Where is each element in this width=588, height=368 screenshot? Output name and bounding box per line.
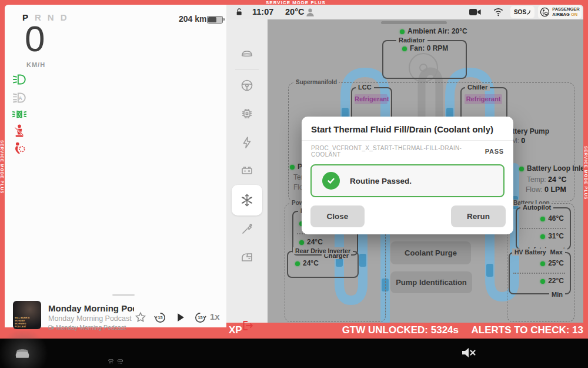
procedure-name: PROC_VCFRONT_X_START-THERMAL-FILL-DRAIN-… bbox=[311, 145, 485, 158]
range-value: 204 km bbox=[179, 14, 206, 24]
alerts-to-check-label: ALERTS TO CHECK: 13 bbox=[472, 324, 584, 336]
clock: 11:07 bbox=[252, 7, 273, 16]
speed-unit: KM/H bbox=[26, 61, 45, 68]
screen: SERVICE MODE PLUS SERVICE MODE PLUS SERV… bbox=[0, 0, 588, 368]
status-dot bbox=[400, 29, 405, 34]
battery-inlet-label: Battery Loop Inlet bbox=[519, 164, 583, 173]
gear-n: N bbox=[48, 12, 54, 22]
play-button[interactable] bbox=[173, 310, 187, 324]
svg-text:15: 15 bbox=[158, 316, 162, 320]
media-drag-handle[interactable] bbox=[112, 294, 135, 296]
taskbar: ‹ LO › ••• T I ♪ 5 ★ ‹ bbox=[0, 339, 588, 368]
exit-service-mode-icon[interactable] bbox=[240, 319, 254, 333]
seat-heater-left-icon[interactable] bbox=[108, 359, 114, 364]
rewind-15-icon: 15 bbox=[153, 311, 167, 324]
favorite-button[interactable] bbox=[133, 310, 148, 324]
pump-identification-button[interactable]: Pump Identification bbox=[390, 271, 472, 293]
hv-max-label: Max bbox=[548, 248, 565, 256]
album-art-text: BILL BURR'S MONDAY MORNING PODCAST bbox=[15, 316, 30, 328]
infotainment-temp: 31°C bbox=[548, 232, 564, 240]
ambient-air-reading: Ambient Air: 20°C bbox=[400, 27, 467, 35]
seatbelt-warning-icon bbox=[12, 123, 27, 138]
lcc-refrigerant-tag: Refrigerant bbox=[355, 94, 387, 104]
tab-high-voltage-bolt-icon[interactable] bbox=[240, 135, 254, 150]
coolant-purge-button[interactable]: Coolant Purge bbox=[390, 241, 471, 264]
autopilot-temp: 46°C bbox=[548, 214, 564, 223]
skip-back-15-button[interactable]: 15 bbox=[153, 310, 167, 324]
media-source: Monday Morning Podcast bbox=[48, 324, 126, 331]
auto-high-beam-icon: A bbox=[12, 90, 27, 105]
hv-min-label: Min bbox=[549, 291, 565, 298]
outside-temp: 20°C bbox=[285, 7, 304, 16]
hv-battery-box: HV Battery Max 25°C 22°C Min bbox=[509, 252, 571, 294]
routine-result-dialog: Start Thermal Fluid Fill/Drain (Coolant … bbox=[302, 117, 513, 234]
dialog-title: Start Thermal Fluid Fill/Drain (Coolant … bbox=[302, 117, 513, 141]
procedure-status: PASS bbox=[485, 148, 504, 155]
tab-thermal-snowflake-icon[interactable] bbox=[240, 193, 254, 207]
tab-low-voltage-battery-icon[interactable] bbox=[240, 164, 254, 178]
toolbar-divider bbox=[235, 69, 259, 69]
play-icon bbox=[173, 311, 186, 324]
star-icon bbox=[134, 311, 147, 324]
low-beam-icon bbox=[12, 72, 27, 87]
sos-indicator[interactable]: SOS bbox=[510, 6, 534, 18]
radiator-box: Radiator Fan: 0 RPM bbox=[382, 40, 467, 79]
podcast-source-icon bbox=[48, 324, 54, 330]
passenger-airbag-indicator: PASSENGER AIRBAG ON bbox=[538, 5, 582, 19]
close-button[interactable]: Close bbox=[310, 205, 365, 227]
gear-d: D bbox=[61, 12, 67, 22]
tab-tools-screwdriver-icon[interactable] bbox=[240, 222, 254, 236]
supermanifold-label: Supermanifold bbox=[294, 79, 339, 85]
battery-inlet-flow: 0 LPM bbox=[544, 185, 566, 194]
media-title: Monday Morning Podcast bbox=[48, 303, 134, 313]
rear-drive-temp: 24°C bbox=[303, 259, 319, 267]
battery-inlet-temp: 24 °C bbox=[548, 175, 566, 184]
volume-muted-icon[interactable] bbox=[460, 345, 476, 360]
battery-level-icon bbox=[207, 16, 223, 24]
wifi-icon[interactable] bbox=[493, 7, 504, 16]
tab-vehicle-car-icon[interactable] bbox=[240, 47, 254, 61]
svg-text:A: A bbox=[18, 95, 22, 101]
instrument-cluster: PRND 204 km 0 KM/H A BILL BURR'S MONDAY … bbox=[5, 5, 226, 327]
sos-signal-icon bbox=[526, 9, 531, 15]
rerun-button[interactable]: Rerun bbox=[451, 205, 506, 227]
playback-rate-button[interactable]: 1x bbox=[210, 311, 220, 321]
skip-forward-15-button[interactable]: 15 bbox=[193, 310, 207, 324]
speed-value: 0 bbox=[25, 18, 45, 59]
status-bar: 11:07 20°C SOS PASSENGER AIRBAG ON bbox=[226, 5, 583, 19]
chiller-refrigerant-tag: Refrigerant bbox=[465, 94, 502, 104]
airbag-status-icon bbox=[540, 7, 550, 17]
media-artist: Monday Morning Podcast bbox=[48, 314, 132, 323]
drl-icon bbox=[12, 107, 27, 122]
pcs-temp2: 24°C bbox=[307, 238, 323, 246]
hv-max-temp: 25°C bbox=[548, 259, 564, 267]
radiator-fan-reading: Fan: 0 RPM bbox=[410, 44, 448, 52]
airbag-state: ON bbox=[571, 12, 577, 17]
result-message-box: Routine Passed. bbox=[310, 164, 505, 197]
svg-text:15: 15 bbox=[198, 316, 202, 320]
hv-min-temp: 22°C bbox=[548, 277, 564, 285]
dashcam-icon[interactable] bbox=[469, 8, 481, 16]
autopilot-box: Autopilot 46°C 31°C Infotainment bbox=[516, 207, 571, 250]
car-menu-icon[interactable] bbox=[12, 343, 33, 363]
tab-electronics-chip-icon[interactable] bbox=[240, 107, 254, 121]
gtw-unlocked-label: GTW UNLOCKED: 5324s bbox=[342, 324, 459, 336]
driver-profile-icon[interactable] bbox=[305, 6, 316, 18]
service-toolbar bbox=[226, 19, 268, 323]
airbag-warning-icon bbox=[12, 140, 27, 155]
airbag-line2: AIRBAG bbox=[552, 12, 570, 17]
tab-closures-door-icon[interactable] bbox=[240, 250, 254, 264]
service-mode-banner-right: SERVICE MODE PLUS bbox=[584, 146, 588, 200]
service-mode-banner-left: SERVICE MODE PLUS bbox=[0, 140, 4, 194]
forward-15-icon: 15 bbox=[193, 311, 207, 324]
rear-drive-inverter-box: Rear Drive Inverter 24°C bbox=[287, 251, 359, 278]
diagram-scroll-pill[interactable] bbox=[381, 21, 447, 24]
album-art[interactable]: BILL BURR'S MONDAY MORNING PODCAST bbox=[13, 301, 41, 329]
seat-heater-right-icon[interactable] bbox=[117, 359, 123, 364]
battery-pump-rpm: 0 bbox=[521, 137, 525, 145]
unlocked-icon[interactable] bbox=[235, 7, 244, 17]
result-message: Routine Passed. bbox=[350, 177, 412, 185]
check-circle-icon bbox=[322, 172, 340, 190]
tab-chassis-steering-icon[interactable] bbox=[240, 78, 254, 92]
